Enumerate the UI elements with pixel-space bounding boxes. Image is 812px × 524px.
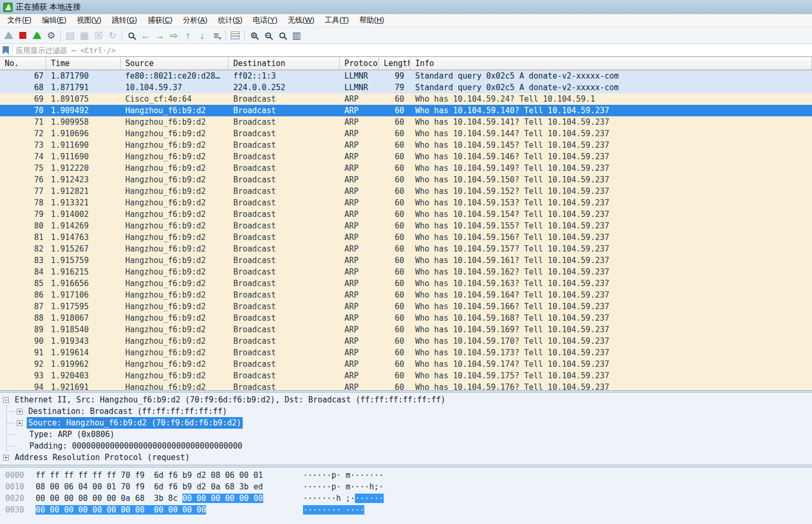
zoom-out-icon[interactable]: −: [261, 29, 275, 42]
packet-cell-protocol: ARP: [340, 162, 379, 174]
packet-row[interactable]: 681.87179110.104.59.37224.0.0.252LLMNR79…: [0, 82, 812, 93]
zoom-reset-icon[interactable]: [275, 29, 289, 42]
open-file-icon[interactable]: ▤: [63, 29, 77, 42]
reload-icon[interactable]: ↻: [105, 29, 120, 42]
hex-row[interactable]: 002000 00 00 00 00 00 0a 68 3b 8c 00 00 …: [0, 493, 812, 504]
colorize-icon[interactable]: [228, 29, 242, 42]
packet-row[interactable]: 911.919614Hangzhou_f6:b9:d2BroadcastARP6…: [0, 347, 812, 358]
detail-field[interactable]: Padding: 0000000000000000000000000000000…: [28, 440, 244, 452]
packet-cell-no: 91: [0, 347, 46, 358]
collapse-icon[interactable]: −: [3, 397, 9, 403]
detail-field-selected[interactable]: Source: Hangzhou_f6:b9:d2 (70:f9:6d:f6:b…: [27, 417, 243, 429]
menu-item[interactable]: 统计(S): [213, 14, 248, 27]
detail-field[interactable]: Ethernet II, Src: Hangzhou_f6:b9:d2 (70:…: [13, 394, 447, 406]
packet-row[interactable]: 811.914763Hangzhou_f6:b9:d2BroadcastARP6…: [0, 232, 812, 243]
go-first-packet-icon[interactable]: ↑: [181, 29, 195, 42]
zoom-in-icon[interactable]: +: [247, 29, 261, 42]
packet-cell-destination: Broadcast: [229, 266, 340, 278]
hex-row[interactable]: 0000ff ff ff ff ff ff 70 f9 6d f6 b9 d2 …: [0, 470, 812, 481]
menu-item[interactable]: 编辑(E): [37, 14, 72, 27]
menu-item[interactable]: 工具(T): [320, 14, 354, 27]
stop-capture-icon[interactable]: [16, 29, 30, 42]
packet-row[interactable]: 871.917595Hangzhou_f6:b9:d2BroadcastARP6…: [0, 301, 812, 312]
toolbar-separator: [122, 30, 122, 41]
packet-row[interactable]: 851.916656Hangzhou_f6:b9:d2BroadcastARP6…: [0, 278, 812, 289]
auto-scroll-icon[interactable]: ≡▾: [209, 29, 223, 42]
go-last-packet-icon[interactable]: ↓: [195, 29, 209, 42]
expand-icon[interactable]: +: [17, 420, 23, 426]
packet-row[interactable]: 921.919962Hangzhou_f6:b9:d2BroadcastARP6…: [0, 358, 812, 370]
expand-icon[interactable]: +: [17, 409, 23, 414]
close-capture-icon[interactable]: ☒: [91, 29, 105, 42]
column-header-length[interactable]: Length: [379, 57, 410, 70]
packet-row[interactable]: 691.891075Cisco_cf:4e:64BroadcastARP60Wh…: [0, 93, 812, 105]
detail-tree-row[interactable]: Type: ARP (0x0806): [0, 429, 812, 440]
detail-field[interactable]: Destination: Broadcast (ff:ff:ff:ff:ff:f…: [27, 406, 229, 417]
go-to-packet-icon[interactable]: ⇨: [167, 29, 181, 42]
start-capture-icon[interactable]: [2, 29, 16, 42]
packet-row[interactable]: 761.912423Hangzhou_f6:b9:d2BroadcastARP6…: [0, 174, 812, 185]
packet-cell-destination: Broadcast: [229, 220, 340, 232]
save-file-icon[interactable]: ▦: [77, 29, 91, 42]
packet-row[interactable]: 731.911690Hangzhou_f6:b9:d2BroadcastARP6…: [0, 139, 812, 151]
title-bar[interactable]: 正在捕获 本地连接: [0, 0, 812, 14]
packet-row[interactable]: 941.921691Hangzhou_f6:b9:d2BroadcastARP6…: [0, 381, 812, 390]
packet-row[interactable]: 781.913321Hangzhou_f6:b9:d2BroadcastARP6…: [0, 197, 812, 209]
hex-row[interactable]: 003000 00 00 00 00 00 00 00 00 00 00 00·…: [0, 504, 812, 516]
detail-tree-row[interactable]: −Ethernet II, Src: Hangzhou_f6:b9:d2 (70…: [0, 394, 812, 406]
packet-row[interactable]: 931.920403Hangzhou_f6:b9:d2BroadcastARP6…: [0, 370, 812, 381]
menu-item[interactable]: 视图(V): [72, 14, 107, 27]
menu-item[interactable]: 捕获(C): [143, 14, 178, 27]
packet-row[interactable]: 881.918067Hangzhou_f6:b9:d2BroadcastARP6…: [0, 312, 812, 324]
packet-row[interactable]: 801.914269Hangzhou_f6:b9:d2BroadcastARP6…: [0, 220, 812, 232]
packet-cell-length: 60: [379, 174, 410, 185]
packet-row[interactable]: 821.915267Hangzhou_f6:b9:d2BroadcastARP6…: [0, 243, 812, 255]
expand-icon[interactable]: +: [3, 455, 9, 461]
packet-row[interactable]: 901.919343Hangzhou_f6:b9:d2BroadcastARP6…: [0, 335, 812, 347]
menu-item[interactable]: 文件(F): [2, 14, 37, 27]
packet-cell-length: 60: [379, 197, 410, 209]
filter-bookmark-icon[interactable]: [3, 46, 9, 54]
column-header-info[interactable]: Info: [410, 57, 812, 70]
packet-cell-source: Hangzhou_f6:b9:d2: [121, 347, 229, 358]
packet-cell-no: 84: [0, 266, 46, 278]
menu-item[interactable]: 分析(A): [178, 14, 213, 27]
go-back-icon[interactable]: ←: [138, 29, 153, 42]
menu-item[interactable]: 帮助(H): [354, 14, 389, 27]
display-filter-input[interactable]: [16, 46, 812, 54]
packet-row[interactable]: 861.917106Hangzhou_f6:b9:d2BroadcastARP6…: [0, 289, 812, 301]
packet-row[interactable]: 721.910696Hangzhou_f6:b9:d2BroadcastARP6…: [0, 128, 812, 139]
packet-row[interactable]: 751.912220Hangzhou_f6:b9:d2BroadcastARP6…: [0, 162, 812, 174]
filter-bar: [0, 44, 812, 57]
detail-tree-row[interactable]: Padding: 0000000000000000000000000000000…: [0, 440, 812, 452]
packet-row[interactable]: 771.912821Hangzhou_f6:b9:d2BroadcastARP6…: [0, 185, 812, 197]
packet-row[interactable]: 891.918540Hangzhou_f6:b9:d2BroadcastARP6…: [0, 324, 812, 335]
packet-row[interactable]: 841.916215Hangzhou_f6:b9:d2BroadcastARP6…: [0, 266, 812, 278]
packet-row[interactable]: 711.909958Hangzhou_f6:b9:d2BroadcastARP6…: [0, 116, 812, 128]
detail-tree-row[interactable]: +Destination: Broadcast (ff:ff:ff:ff:ff:…: [0, 406, 812, 417]
detail-field[interactable]: Type: ARP (0x0806): [28, 429, 116, 440]
detail-tree-row[interactable]: +Source: Hangzhou_f6:b9:d2 (70:f9:6d:f6:…: [0, 417, 812, 429]
menu-item[interactable]: 跳转(G): [106, 14, 142, 27]
capture-options-icon[interactable]: ⚙: [44, 29, 58, 42]
column-header-no[interactable]: No.: [0, 57, 46, 70]
menu-item[interactable]: 电话(Y): [247, 14, 283, 27]
packet-row[interactable]: 671.871790fe80::8021:ce20:d28…ff02::1:3L…: [0, 70, 812, 82]
resize-columns-icon[interactable]: ▥: [289, 29, 304, 42]
detail-field[interactable]: Address Resolution Protocol (request): [13, 452, 191, 463]
column-header-protocol[interactable]: Protocol: [340, 57, 379, 70]
packet-row[interactable]: 831.915759Hangzhou_f6:b9:d2BroadcastARP6…: [0, 255, 812, 266]
menu-item[interactable]: 无线(W): [283, 14, 320, 27]
column-header-destination[interactable]: Destination: [229, 57, 340, 70]
packet-cell-time: 1.913321: [46, 197, 121, 209]
packet-row[interactable]: 701.909492Hangzhou_f6:b9:d2BroadcastARP6…: [0, 105, 812, 116]
hex-row[interactable]: 001008 00 06 04 00 01 70 f9 6d f6 b9 d2 …: [0, 481, 812, 493]
go-forward-icon[interactable]: →: [153, 29, 167, 42]
packet-row[interactable]: 791.914002Hangzhou_f6:b9:d2BroadcastARP6…: [0, 209, 812, 220]
restart-capture-icon[interactable]: [30, 29, 44, 42]
find-packet-icon[interactable]: [124, 29, 138, 42]
packet-row[interactable]: 741.911690Hangzhou_f6:b9:d2BroadcastARP6…: [0, 151, 812, 162]
detail-tree-row[interactable]: +Address Resolution Protocol (request): [0, 452, 812, 463]
column-header-time[interactable]: Time: [46, 57, 121, 70]
column-header-source[interactable]: Source: [121, 57, 229, 70]
